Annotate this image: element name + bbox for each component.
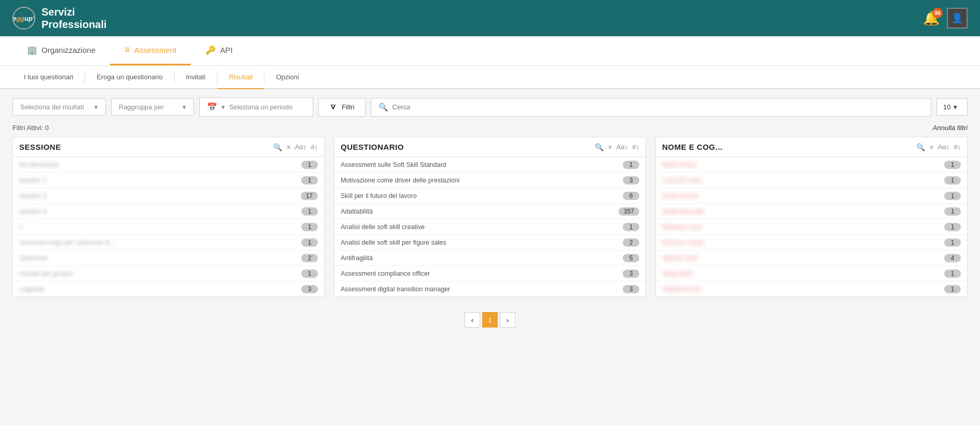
list-item: Analisi delle soft skill per figure sale… — [334, 235, 646, 250]
group-by-dropdown[interactable]: Raggruppa per ▾ — [111, 98, 194, 116]
list-item: Roberto Conti 1 — [656, 219, 967, 235]
list-item: Simone Lanza 1 — [656, 235, 967, 250]
nome-close-icon[interactable]: × — [929, 143, 933, 151]
notification-bell[interactable]: 🔔 96 — [922, 9, 941, 27]
select-results-dropdown[interactable]: Seleziona dei risultati ▾ — [12, 98, 106, 116]
calendar-icon: 📅 — [207, 102, 217, 112]
user-avatar[interactable]: 👤 — [947, 8, 968, 29]
questionario-sort-alpha-icon[interactable]: Aα↕ — [617, 143, 628, 151]
sessione-search-icon[interactable]: 🔍 — [273, 143, 282, 151]
count-chevron: ▾ — [954, 103, 957, 111]
chevron-down-icon-2: ▾ — [183, 103, 186, 111]
cancel-filters-button[interactable]: Annulla filtri — [933, 124, 968, 132]
main-tabs: 🏢 Organizzazione ≡ Assessment 🔑 API — [0, 36, 980, 66]
sub-tabs: I tuoi questionari Eroga un questionario… — [0, 66, 980, 89]
column-questionario: QUESTIONARIO 🔍 × Aα↕ #↕ Assessment sulle… — [334, 137, 646, 298]
pagination-page-1[interactable]: 1 — [482, 312, 498, 328]
filter-info-bar: Filtri Attivi: 0 Annulla filtri — [0, 121, 980, 137]
filter-icon: ⛛ — [329, 103, 338, 112]
count-selector[interactable]: 10 ▾ — [936, 98, 968, 116]
notification-badge: 96 — [932, 8, 943, 18]
columns-area: SESSIONE 🔍 × Aα↕ #↕ Ita riferimento 1 se… — [0, 137, 980, 308]
list-item: Alberto Galli 4 — [656, 250, 967, 266]
tab-organizzazione[interactable]: 🏢 Organizzazione — [12, 36, 110, 65]
app-header: (eggup°) Servizi Professionali 🔔 96 👤 — [0, 0, 980, 36]
list-item: Analisi delle soft skill creative 1 — [334, 219, 646, 235]
list-item: Skill per il futuro del lavoro 6 — [334, 188, 646, 204]
search-box[interactable]: 🔍 — [371, 98, 931, 117]
logo: (eggup°) — [12, 7, 35, 30]
list-item: Anna Ferrari 1 — [656, 188, 967, 204]
app-title: Servizi Professionali — [41, 6, 107, 31]
chevron-down-icon: ▾ — [94, 103, 98, 111]
column-sessione: SESSIONE 🔍 × Aα↕ #↕ Ita riferimento 1 se… — [12, 137, 325, 298]
sessione-sort-alpha-icon[interactable]: Aα↕ — [295, 143, 307, 151]
sessione-close-icon[interactable]: × — [286, 143, 290, 151]
search-icon: 🔍 — [379, 103, 388, 112]
pagination: ‹ 1 › — [0, 308, 980, 332]
list-item: session 2 1 — [13, 173, 324, 188]
nome-search-icon[interactable]: 🔍 — [916, 143, 925, 151]
header-right: 🔔 96 👤 — [922, 8, 968, 29]
api-icon: 🔑 — [205, 45, 216, 55]
questionario-scroll[interactable]: Assessment sulle Soft Skill Standard 1 M… — [334, 157, 646, 297]
column-header-questionario: QUESTIONARIO 🔍 × Aα↕ #↕ — [334, 137, 646, 157]
nome-sort-alpha-icon[interactable]: Aα↕ — [938, 143, 950, 151]
sessione-sort-num-icon[interactable]: #↕ — [311, 143, 318, 151]
column-header-sessione: SESSIONE 🔍 × Aα↕ #↕ — [13, 137, 324, 157]
search-input[interactable] — [393, 103, 923, 111]
list-item: Assessment sulle Soft Skill Standard 1 — [334, 157, 646, 173]
questionario-sort-num-icon[interactable]: #↕ — [632, 143, 639, 151]
pagination-prev[interactable]: ‹ — [465, 312, 480, 328]
list-item: Sofia Mele 1 — [656, 266, 967, 281]
list-item: Ita riferimento 1 — [13, 157, 324, 173]
list-item: x 1 — [13, 219, 324, 235]
list-item: Luca Di Carlo 1 — [656, 173, 967, 188]
list-item: Legenda 3 — [13, 281, 324, 297]
period-selector[interactable]: 📅 ▾ Seleziona un periodo — [199, 97, 313, 117]
list-item: Mario Rossi 1 — [656, 157, 967, 173]
column-nome-cognome: NOME E COG... 🔍 × Aα↕ #↕ Mario Rossi 1 L… — [655, 137, 968, 298]
sub-tab-opzioni[interactable]: Opzioni — [264, 66, 310, 89]
list-item: Selezione 2 — [13, 250, 324, 266]
list-item: Giulia Riccardi 1 — [656, 204, 967, 219]
list-item: Adattabilità 357 — [334, 204, 646, 219]
calendar-chevron: ▾ — [221, 103, 225, 111]
sub-tab-invitati[interactable]: Invitati — [175, 66, 217, 89]
user-icon: 👤 — [951, 12, 963, 24]
list-item: Assessment compliance officer 3 — [334, 266, 646, 281]
tab-api[interactable]: 🔑 API — [191, 36, 247, 65]
questionario-search-icon[interactable]: 🔍 — [595, 143, 604, 151]
toolbar: Seleziona dei risultati ▾ Raggruppa per … — [0, 89, 980, 121]
sessione-scroll[interactable]: Ita riferimento 1 session 2 1 session 3 … — [13, 157, 324, 297]
sub-tab-eroga[interactable]: Eroga un questionario — [85, 66, 174, 89]
list-item: Antifragilità 5 — [334, 250, 646, 266]
nome-sort-num-icon[interactable]: #↕ — [954, 143, 961, 151]
list-item: risultati per gruppo 1 — [13, 266, 324, 281]
list-item: sessione lunga per selezione di... 1 — [13, 235, 324, 250]
list-item: Valentina Gru 1 — [656, 281, 967, 297]
list-item: session 4 1 — [13, 204, 324, 219]
list-item: Assessment digital transition manager 3 — [334, 281, 646, 297]
list-item: session 3 17 — [13, 188, 324, 204]
active-filters-label: Filtri Attivi: 0 — [12, 124, 49, 132]
sub-tab-questionari[interactable]: I tuoi questionari — [12, 66, 85, 89]
header-left: (eggup°) Servizi Professionali — [12, 6, 107, 31]
nome-scroll[interactable]: Mario Rossi 1 Luca Di Carlo 1 Anna Ferra… — [656, 157, 967, 297]
filter-button[interactable]: ⛛ Filtri — [318, 98, 366, 117]
assessment-icon: ≡ — [124, 45, 130, 55]
list-item: Motivazione come driver delle prestazion… — [334, 173, 646, 188]
sub-tab-risultati[interactable]: Risultati — [217, 66, 264, 89]
tab-assessment[interactable]: ≡ Assessment — [110, 36, 191, 65]
pagination-next[interactable]: › — [500, 312, 515, 328]
column-header-nome: NOME E COG... 🔍 × Aα↕ #↕ — [656, 137, 967, 157]
questionario-close-icon[interactable]: × — [608, 143, 612, 151]
organizzazione-icon: 🏢 — [27, 45, 37, 55]
